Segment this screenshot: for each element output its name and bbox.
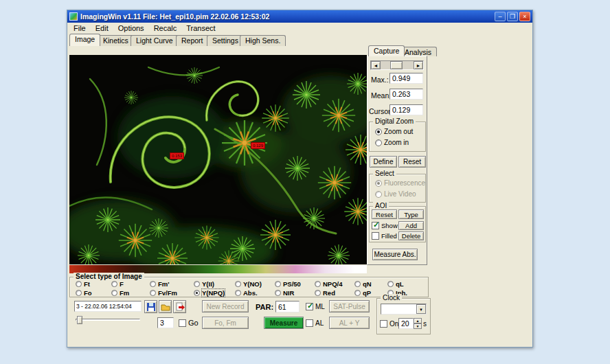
aoi-filled-checkbox[interactable]: Filled (372, 232, 397, 240)
al-checkbox[interactable]: AL (306, 319, 324, 327)
tab-light-curve[interactable]: Light Curve (131, 35, 179, 46)
image-type-yno[interactable]: Y(NO) (235, 280, 275, 288)
image-type-nir[interactable]: NIR (275, 289, 315, 297)
aoi-add-button[interactable]: Add (398, 221, 424, 230)
checkbox-icon (380, 320, 387, 328)
record-number-field[interactable] (157, 317, 174, 328)
trackbar-thumb[interactable] (77, 316, 82, 324)
image-type-qn[interactable]: qN (354, 280, 387, 288)
tab-analysis[interactable]: Analysis (399, 47, 437, 56)
scrollbar-thumb[interactable] (390, 61, 403, 69)
record-trackbar[interactable] (74, 315, 142, 325)
image-type-yii[interactable]: Y(II) (194, 280, 235, 288)
menu-transect[interactable]: Transect (181, 24, 220, 32)
aoi-marker[interactable]: 0.129 (251, 142, 265, 149)
chevron-down-icon[interactable]: ▼ (416, 304, 426, 314)
ml-checkbox[interactable]: ML (306, 303, 325, 310)
tab-settings[interactable]: Settings (207, 35, 244, 46)
tab-high-sens[interactable]: High Sens. (240, 35, 286, 46)
save-button[interactable] (144, 300, 157, 313)
clock-interval-field[interactable] (398, 318, 414, 329)
go-checkbox[interactable]: Go (179, 319, 199, 327)
close-button[interactable]: × (519, 12, 530, 21)
fluorescence-image[interactable]: 0.153 0.129 (69, 55, 367, 264)
aoi-filled-label: Filled (381, 232, 397, 240)
image-type-label: Ft (84, 280, 90, 288)
checkbox-icon (372, 222, 379, 229)
scroll-left-icon[interactable]: ◄ (371, 61, 381, 69)
export-button[interactable] (173, 300, 186, 313)
clock-on-checkbox[interactable]: On (380, 320, 398, 328)
tab-kinetics[interactable]: Kinetics (98, 35, 134, 46)
aoi-delete-button[interactable]: Delete (398, 231, 424, 240)
par-field[interactable] (275, 301, 300, 312)
live-video-option[interactable]: Live Video (375, 190, 416, 198)
image-type-abs[interactable]: Abs. (235, 289, 275, 297)
menu-options[interactable]: Options (113, 24, 149, 32)
image-type-ft[interactable]: Ft (76, 280, 111, 288)
spin-up-icon[interactable]: ▲ (414, 318, 422, 323)
spin-down-icon[interactable]: ▼ (414, 323, 422, 329)
image-type-f[interactable]: F (111, 280, 150, 288)
aoi-show-checkbox[interactable]: Show (372, 222, 398, 229)
fluorescence-image-canvas (69, 55, 367, 264)
image-type-fmp[interactable]: Fm' (150, 280, 194, 288)
radio-icon (235, 281, 241, 287)
tab-report[interactable]: Report (176, 35, 209, 46)
image-type-ynpq[interactable]: Y(NPQ) (194, 289, 235, 297)
record-selector-field[interactable] (74, 301, 142, 312)
aoi-reset-button[interactable]: Reset (372, 209, 397, 219)
radio-icon (387, 281, 394, 287)
tab-capture[interactable]: Capture (368, 45, 405, 56)
zoom-in-option[interactable]: Zoom in (375, 139, 409, 146)
minimize-button[interactable]: – (495, 12, 506, 21)
open-button[interactable] (159, 300, 172, 313)
title-bar[interactable]: ImagingWin v1.11 File: Het_epi10.pim 22.… (67, 10, 532, 23)
new-record-button[interactable]: New Record (202, 300, 249, 312)
select-source-title: Select (373, 170, 396, 178)
sat-pulse-button[interactable]: SAT-Pulse (329, 300, 370, 312)
radio-icon (194, 281, 200, 287)
image-type-fo[interactable]: Fo (76, 289, 111, 297)
clock-mode-dropdown[interactable]: ▼ (381, 304, 427, 315)
image-scrollbar[interactable]: ◄ ► (370, 60, 424, 70)
image-type-label: PS/50 (283, 280, 301, 288)
tab-image[interactable]: Image (69, 34, 100, 46)
folder-icon (161, 302, 170, 312)
radio-icon (375, 139, 382, 146)
max-value-field[interactable] (389, 73, 423, 84)
aoi-group: AOI Reset Type Show Add Filled Delete (369, 206, 426, 242)
aoi-type-button[interactable]: Type (398, 209, 424, 219)
image-type-ps50[interactable]: PS/50 (275, 280, 315, 288)
aoi-marker[interactable]: 0.153 (170, 152, 184, 159)
menu-edit[interactable]: Edit (91, 24, 113, 32)
checkbox-icon (306, 319, 313, 327)
scroll-right-icon[interactable]: ► (414, 61, 423, 69)
image-type-label: qP (363, 289, 371, 297)
al-y-button[interactable]: AL + Y (329, 317, 370, 329)
fo-fm-button[interactable]: Fo, Fm (202, 317, 249, 329)
image-type-label: Y(NPQ) (202, 289, 225, 297)
menu-recalc[interactable]: Recalc (149, 24, 182, 32)
app-window: ImagingWin v1.11 File: Het_epi10.pim 22.… (67, 10, 533, 348)
image-type-red[interactable]: Red (315, 289, 354, 297)
image-type-fvfm[interactable]: Fv/Fm (150, 289, 194, 297)
cursor-value-field[interactable] (389, 104, 423, 115)
define-button[interactable]: Define (370, 156, 397, 168)
zoom-out-option[interactable]: Zoom out (375, 128, 413, 135)
zoom-reset-button[interactable]: Reset (398, 156, 426, 168)
checkbox-icon (306, 303, 313, 310)
mean-value-field[interactable] (389, 89, 423, 100)
checkbox-icon (179, 319, 186, 327)
measure-abs-button[interactable]: Measure Abs. (372, 249, 418, 260)
zoom-out-label: Zoom out (384, 128, 413, 135)
image-type-fm[interactable]: Fm (111, 289, 150, 297)
image-type-label: Fv/Fm (158, 289, 177, 297)
image-type-ql[interactable]: qL (387, 280, 419, 288)
measure-button[interactable]: Measure (264, 317, 304, 329)
fluorescence-option[interactable]: Fluorescence (375, 179, 425, 187)
image-type-npq4[interactable]: NPQ/4 (315, 280, 354, 288)
maximize-button[interactable]: ❐ (507, 12, 518, 21)
menu-file[interactable]: File (69, 24, 91, 32)
clock-interval-spinner[interactable]: ▲ ▼ (414, 318, 422, 329)
